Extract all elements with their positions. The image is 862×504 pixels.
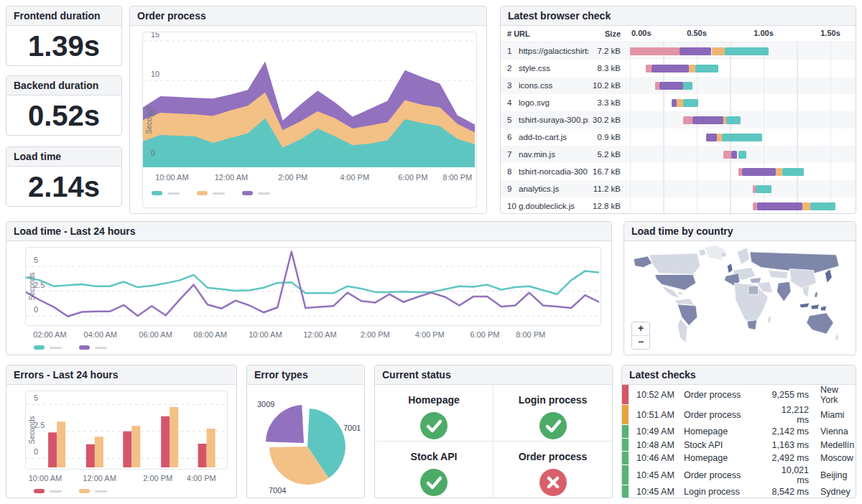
waterfall-row[interactable]: 7nav.min.js5.2 kB <box>501 146 856 163</box>
map-zoom-in-button[interactable]: + <box>632 322 649 336</box>
pie-slice-label: 7001 <box>343 424 361 432</box>
status-tile-order-process[interactable]: Order process <box>493 442 612 498</box>
bar <box>95 437 103 467</box>
map-zoom-out-button[interactable]: − <box>632 336 649 349</box>
kpi-value: 1.39s <box>6 26 121 66</box>
x-tick-label: 10:00 AM <box>29 474 62 482</box>
map-region-madagascar[interactable] <box>768 316 771 323</box>
request-size: 0.9 kB <box>588 133 630 141</box>
map-region-turkey[interactable] <box>750 277 761 283</box>
request-size: 30.2 kB <box>588 116 630 124</box>
x-tick-label: 6:00 PM <box>398 173 427 182</box>
map-region-scandinavia[interactable] <box>737 248 750 265</box>
bar <box>57 421 65 467</box>
legend-item[interactable] <box>242 191 270 195</box>
bar <box>48 432 57 467</box>
order-process-area-svg: 051015 <box>143 32 475 167</box>
timing-segment-orange <box>717 134 722 141</box>
panel-title: Errors - Last 24 hours <box>6 365 236 385</box>
check-time: 10:45 AM <box>629 487 684 497</box>
check-city: Vienna <box>820 426 856 437</box>
panel-title: Load time by country <box>624 222 856 241</box>
waterfall-row[interactable]: 10g.doubleclick.js12.8 kB <box>501 197 856 215</box>
column-header-size: Size <box>588 29 630 38</box>
world-map <box>629 243 852 351</box>
status-tile-homepage[interactable]: Homepage <box>375 385 493 442</box>
status-color-bar <box>622 425 629 438</box>
waterfall-row[interactable]: 2style.css8.3 kB <box>501 60 856 77</box>
status-tile-login-process[interactable]: Login process <box>493 385 612 442</box>
panel-load-time-by-country: Load time by country <box>624 221 856 355</box>
load-time-line-chart: Seconds 02.55 <box>25 247 601 326</box>
status-tile-stock-api[interactable]: Stock API <box>375 442 493 498</box>
check-row[interactable]: 10:45 AMLogin process8,542 msSydney <box>622 485 856 499</box>
waterfall-row[interactable]: 6add-to-cart.js0.9 kB <box>501 129 856 146</box>
check-row[interactable]: 10:51 AMOrder process12,212 msMiami <box>622 405 856 425</box>
map-region-new-zealand[interactable] <box>835 332 839 341</box>
map-region-usa[interactable] <box>655 274 696 290</box>
map-region-alaska[interactable] <box>634 256 652 268</box>
legend-item[interactable] <box>34 489 62 493</box>
waterfall-row[interactable]: 5tshirt-suraya-300.png30.2 kB <box>501 111 856 129</box>
waterfall-row[interactable]: 9analytics.js11.2 kB <box>501 180 856 197</box>
check-row[interactable]: 10:48 AMStock API1,163 msMedellín <box>622 439 856 452</box>
timing-segment-purple <box>672 99 677 107</box>
waterfall-row[interactable]: 4logo.svg3.3 kB <box>501 94 856 111</box>
check-row[interactable]: 10:49 AMHomepage2,142 msVienna <box>622 425 856 439</box>
pie-slice-3009[interactable] <box>266 405 304 443</box>
waterfall-lane <box>630 77 856 94</box>
check-city: Beijing <box>820 470 856 480</box>
legend-item[interactable] <box>79 489 107 493</box>
status-color-bar <box>622 485 629 498</box>
map-region-south-africa[interactable] <box>747 320 757 330</box>
map-region-india[interactable] <box>777 281 791 302</box>
bar <box>198 444 207 467</box>
check-name: Homepage <box>684 426 769 437</box>
y-tick-label: 5 <box>34 393 38 402</box>
legend-swatch <box>197 191 208 195</box>
panel-load-time-24h: Load time - Last 24 hours Seconds 02.55 … <box>6 221 612 355</box>
waterfall-time-axis: 0.00s0.50s1.00s1.50s <box>630 26 856 42</box>
map-region-central-asia[interactable] <box>768 271 788 279</box>
map-region-philippines[interactable] <box>815 291 818 297</box>
time-axis-label: 0.50s <box>687 29 707 37</box>
map-region-uk[interactable] <box>727 263 733 274</box>
status-color-bar <box>622 385 629 404</box>
map-region-indonesia-east[interactable] <box>821 306 827 311</box>
timing-segment-orange <box>677 99 683 107</box>
waterfall-row[interactable]: 8tshirt-norcadia-300.png16.7 kB <box>501 163 856 180</box>
waterfall-lane <box>630 163 856 180</box>
timing-segment-pink <box>753 202 757 210</box>
map-region-arctic-islands[interactable] <box>699 249 706 256</box>
map-region-canada[interactable] <box>649 253 700 275</box>
waterfall-row[interactable]: 3icons.css10.2 kB <box>501 77 856 94</box>
check-time: 10:48 AM <box>629 440 684 450</box>
kpi-value: 0.52s <box>6 95 121 136</box>
check-row[interactable]: 10:45 AMOrder process10,021 msBeijing <box>622 465 856 485</box>
map-region-egypt[interactable] <box>749 286 759 294</box>
waterfall-lane <box>630 111 856 129</box>
map-region-se-asia[interactable] <box>802 286 810 297</box>
legend-item[interactable] <box>197 191 225 195</box>
check-duration-ms: 9,255 ms <box>769 390 820 400</box>
check-row[interactable]: 10:46 AMHomepage2,492 msMoscow <box>622 452 856 465</box>
map-region-australia[interactable] <box>807 313 834 335</box>
map-region-indonesia-west[interactable] <box>800 303 810 308</box>
waterfall-row-meta: 10g.doubleclick.js12.8 kB <box>501 202 630 210</box>
legend-item[interactable] <box>79 345 107 350</box>
legend-item[interactable] <box>34 345 62 350</box>
request-size: 5.2 kB <box>588 150 630 159</box>
request-url: add-to-cart.js <box>519 133 588 141</box>
check-row[interactable]: 10:52 AMOrder process9,255 msNew York <box>622 385 856 405</box>
map-region-caribbean[interactable] <box>677 291 683 295</box>
bar <box>170 407 178 467</box>
panel-title: Error types <box>247 365 364 385</box>
kpi-card-backend-duration: Backend duration 0.52s <box>6 75 122 136</box>
map-region-indonesia-central[interactable] <box>811 304 820 309</box>
status-grid: HomepageLogin processStock APIOrder proc… <box>375 385 612 498</box>
legend-item[interactable] <box>152 191 180 195</box>
check-city: Sydney <box>820 487 856 497</box>
map-region-china[interactable] <box>789 269 817 289</box>
waterfall-row[interactable]: 1https://galacticshirts.com7.2 kB <box>501 42 856 60</box>
map-region-japan[interactable] <box>825 269 832 284</box>
